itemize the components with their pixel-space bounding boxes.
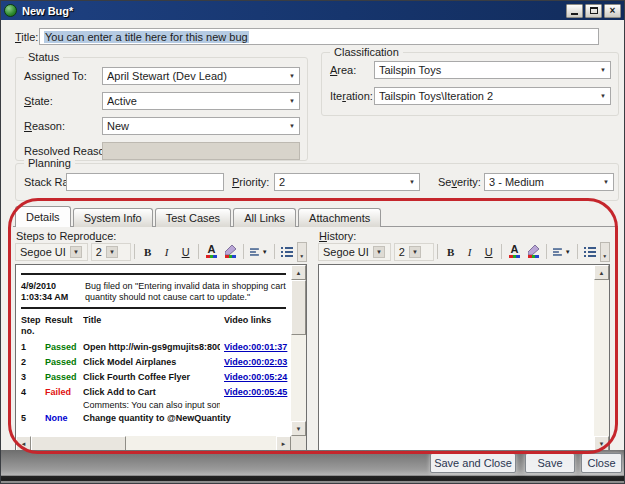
toolbar-overflow-button[interactable]: ▼ (297, 242, 308, 262)
bullets-icon (281, 247, 293, 257)
font-color-button[interactable]: A (202, 243, 221, 261)
dropdown-arrow-icon: ▼ (289, 123, 295, 129)
tab-system-info[interactable]: System Info (73, 208, 153, 227)
video-link[interactable]: Video:00:01:37 (224, 342, 286, 353)
minimize-icon (571, 13, 578, 15)
bold-button[interactable]: B (441, 243, 460, 261)
scroll-up-icon[interactable]: ▲ (594, 265, 609, 280)
steps-editor[interactable]: 4/9/2010 1:03:34 AM Bug filed on "Enteri… (15, 264, 307, 452)
bullets-button[interactable] (277, 243, 296, 261)
overflow-arrow-icon: ▼ (602, 253, 607, 259)
area-combo[interactable]: Tailspin Toys ▼ (374, 61, 611, 79)
bullets-icon (584, 247, 596, 257)
title-header: Title (83, 315, 220, 326)
save-button[interactable]: Save (525, 453, 575, 473)
highlight-button[interactable] (524, 243, 543, 261)
status-group-label: Status (24, 51, 63, 63)
bold-button[interactable]: B (138, 243, 157, 261)
step-number: 4 (21, 387, 41, 398)
assigned-to-combo[interactable]: April Stewart (Dev Lead) ▼ (102, 67, 300, 85)
priority-combo[interactable]: 2 ▼ (274, 173, 420, 191)
toolbar-separator (134, 244, 135, 259)
scroll-down-icon[interactable]: ▼ (594, 436, 609, 451)
step-row: 1 Passed Open http://win-gs9gmujits8:800… (21, 342, 286, 355)
steps-vertical-scrollbar[interactable]: ▲ ▼ (291, 265, 306, 436)
priority-label: Priority: (232, 176, 269, 188)
underline-button[interactable]: U (479, 243, 498, 261)
toolbar-separator (198, 244, 199, 259)
assigned-to-row: Assigned To: April Stewart (Dev Lead) ▼ (24, 67, 300, 85)
toolbar-overflow-button[interactable]: ▼ (600, 242, 611, 262)
italic-button[interactable]: I (460, 243, 479, 261)
video-link[interactable]: Video:00:02:03 (224, 357, 286, 368)
area-row: Area: Tailspin Toys ▼ (330, 61, 611, 79)
horizontal-rule (21, 273, 286, 275)
scroll-right-icon[interactable]: ► (276, 436, 291, 451)
italic-button[interactable]: I (157, 243, 176, 261)
video-link[interactable]: Video:00:05:24 (224, 372, 286, 383)
dropdown-arrow-icon: ▼ (289, 98, 295, 104)
font-color-button[interactable]: A (505, 243, 524, 261)
tab-all-links[interactable]: All Links (233, 208, 296, 227)
step-result: Passed (45, 372, 79, 383)
bug-work-item-icon (4, 4, 17, 17)
title-bar[interactable]: New Bug* × (1, 1, 624, 20)
step-comment: Comments: You can also input some extra … (83, 400, 220, 411)
font-family-combo[interactable]: Segoe UI▼ (15, 243, 88, 261)
underline-button[interactable]: U (176, 243, 195, 261)
steps-horizontal-scrollbar[interactable]: ◄ ► (16, 436, 291, 451)
stack-rank-input[interactable] (66, 173, 224, 191)
dropdown-arrow-icon: ▼ (565, 249, 571, 255)
state-combo[interactable]: Active ▼ (102, 92, 300, 110)
align-button[interactable]: ▼ (550, 243, 574, 261)
step-row: 3 Passed Click Fourth Coffee Flyer Video… (21, 372, 286, 385)
history-editor[interactable]: ▲ ▼ (318, 264, 610, 452)
font-family-combo[interactable]: Segoe UI▼ (318, 243, 391, 261)
scroll-down-icon[interactable]: ▼ (291, 421, 306, 436)
tab-details[interactable]: Details (15, 206, 71, 227)
step-number: 1 (21, 342, 41, 353)
toolbar-separator (501, 244, 502, 259)
font-size-combo[interactable]: 2▼ (91, 243, 131, 261)
iteration-combo[interactable]: Tailspin Toys\Iteration 2 ▼ (374, 87, 611, 105)
result-header: Result (45, 315, 79, 326)
bug-filed-text: Bug filed on "Entering invalid data in s… (85, 281, 286, 303)
iteration-row: Iteration: Tailspin Toys\Iteration 2 ▼ (330, 87, 611, 105)
overflow-arrow-icon: ▼ (299, 253, 304, 259)
scroll-up-icon[interactable]: ▲ (291, 265, 306, 280)
tab-attachments[interactable]: Attachments (298, 208, 381, 227)
reason-combo[interactable]: New ▼ (102, 117, 300, 135)
assigned-to-label: Assigned To: (24, 70, 102, 82)
save-and-close-button[interactable]: Save and Close (430, 453, 516, 473)
bullets-button[interactable] (580, 243, 599, 261)
align-button[interactable]: ▼ (247, 243, 271, 261)
reason-label: Reason: (24, 120, 102, 132)
history-editor-content[interactable] (319, 265, 594, 451)
font-size-combo[interactable]: 2▼ (394, 243, 434, 261)
window-minimize-button[interactable] (566, 4, 583, 18)
tab-test-cases[interactable]: Test Cases (155, 208, 231, 227)
scroll-left-icon[interactable]: ◄ (16, 436, 31, 451)
highlight-color-bar-icon (225, 255, 236, 258)
window-maximize-button[interactable] (585, 4, 602, 18)
close-button[interactable]: Close (581, 453, 622, 473)
highlight-button[interactable] (221, 243, 240, 261)
dropdown-arrow-icon: ▼ (600, 67, 606, 73)
dropdown-arrow-icon: ▼ (373, 246, 385, 258)
step-number: 3 (21, 372, 41, 383)
window-close-button[interactable]: × (604, 4, 621, 18)
video-links-header: Video links (224, 315, 286, 326)
step-result: None (45, 413, 79, 424)
severity-combo[interactable]: 3 - Medium ▼ (484, 173, 614, 191)
video-link[interactable]: Video:00:05:45 (224, 387, 286, 398)
history-vertical-scrollbar[interactable]: ▲ ▼ (594, 265, 609, 451)
bug-filed-timestamp: 4/9/2010 1:03:34 AM (21, 281, 77, 303)
scrollbar-thumb[interactable] (31, 436, 126, 451)
toolbar-separator (546, 244, 547, 259)
steps-editor-content[interactable]: 4/9/2010 1:03:34 AM Bug filed on "Enteri… (16, 265, 291, 436)
steps-table-header: Step no. Result Title Video links (21, 315, 286, 337)
title-input[interactable]: You can enter a title here for this new … (39, 28, 599, 45)
scrollbar-thumb[interactable] (291, 280, 306, 335)
status-group: Status Assigned To: April Stewart (Dev L… (15, 57, 308, 161)
toolbar-separator (577, 244, 578, 259)
